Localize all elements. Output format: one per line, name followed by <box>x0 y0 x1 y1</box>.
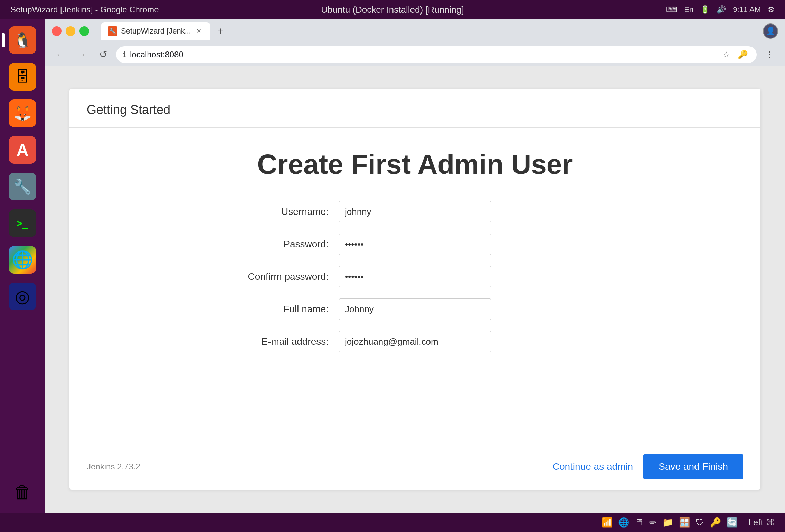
bottom-bar-icons: 📶 🌐 🖥 ✏ 📁 🪟 🛡 🔑 🔄 <box>602 517 738 528</box>
dock: 🐧 🗄 🦊 A 🔧 >_ 🌐 ◎ 🗑 <box>0 19 45 513</box>
email-label: E-mail address: <box>208 336 339 347</box>
files-icon: 🗄 <box>9 63 36 91</box>
form-row-username: Username: <box>208 201 622 222</box>
wifi-icon: 📶 <box>602 517 613 528</box>
settings-icon: 🔧 <box>9 173 36 200</box>
os-battery-icon: 🔋 <box>700 5 710 14</box>
fullname-label: Full name: <box>208 304 339 315</box>
chrome-menu-button[interactable]: ⋮ <box>762 46 778 63</box>
terminal-icon: >_ <box>9 209 36 237</box>
wizard-footer: Jenkins 2.73.2 Continue as admin Save an… <box>69 444 760 490</box>
dock-item-trash[interactable]: 🗑 <box>5 475 40 509</box>
password-label: Password: <box>208 239 339 250</box>
jenkins-version: Jenkins 2.73.2 <box>87 462 140 472</box>
confirm-password-input[interactable] <box>339 266 491 287</box>
fullname-input[interactable] <box>339 298 491 320</box>
new-tab-button[interactable]: + <box>212 22 229 40</box>
back-button[interactable]: ← <box>52 46 68 63</box>
tab-title: SetupWizard [Jenk... <box>121 27 191 36</box>
dock-item-settings[interactable]: 🔧 <box>5 169 40 204</box>
form-container: Username: Password: Confirm password: <box>208 201 622 363</box>
globe-icon: 🌐 <box>618 517 629 528</box>
close-button[interactable] <box>52 26 62 36</box>
address-input[interactable] <box>130 50 715 59</box>
os-top-bar: SetupWizard [Jenkins] - Google Chrome Ub… <box>0 0 785 19</box>
trash-icon: 🗑 <box>9 478 36 506</box>
tab-close-button[interactable]: ✕ <box>195 27 204 36</box>
minimize-button[interactable] <box>66 26 75 36</box>
chrome-content: Getting Started Create First Admin User … <box>45 66 785 513</box>
key-icon[interactable]: 🔑 <box>736 48 750 61</box>
folder-icon: 📁 <box>662 517 673 528</box>
address-bar[interactable]: ℹ ☆ 🔑 <box>116 46 757 63</box>
window-icon: 🪟 <box>679 517 690 528</box>
dock-item-terminal[interactable]: >_ <box>5 206 40 240</box>
pencil-icon: ✏ <box>649 517 657 528</box>
os-language: En <box>684 5 693 14</box>
dock-item-ubuntu[interactable]: 🐧 <box>5 23 40 57</box>
browser2-icon: ◎ <box>9 283 36 310</box>
profile-button[interactable]: 👤 <box>763 23 778 39</box>
os-volume-icon: 🔊 <box>717 5 726 14</box>
os-top-bar-title: Ubuntu (Docker Installed) [Running] <box>321 4 464 15</box>
os-top-bar-window-title: SetupWizard [Jenkins] - Google Chrome <box>10 5 159 15</box>
wizard-card: Getting Started Create First Admin User … <box>69 89 760 490</box>
tab-favicon: 🔧 <box>108 26 117 36</box>
chrome-icon: 🌐 <box>9 246 36 274</box>
os-bottom-bar: 📶 🌐 🖥 ✏ 📁 🪟 🛡 🔑 🔄 Left ⌘ <box>0 513 785 532</box>
shield-icon: 🛡 <box>696 517 704 528</box>
username-label: Username: <box>208 206 339 217</box>
address-bar-actions: ☆ 🔑 <box>719 48 750 61</box>
form-row-fullname: Full name: <box>208 298 622 320</box>
chrome-window: 🔧 SetupWizard [Jenk... ✕ + 👤 ← → ↺ ℹ ☆ 🔑… <box>45 19 785 513</box>
dock-item-chrome[interactable]: 🌐 <box>5 243 40 277</box>
secure-icon: ℹ <box>123 50 126 59</box>
forward-button[interactable]: → <box>73 46 90 63</box>
star-icon[interactable]: ☆ <box>719 48 733 61</box>
dock-item-appstore[interactable]: A <box>5 133 40 167</box>
appstore-icon: A <box>9 136 36 164</box>
os-keyboard-icon: ⌨ <box>666 5 677 14</box>
email-input[interactable] <box>339 331 491 352</box>
dock-item-browser2[interactable]: ◎ <box>5 279 40 314</box>
wizard-main-title: Create First Admin User <box>257 149 573 180</box>
dock-item-files[interactable]: 🗄 <box>5 59 40 94</box>
os-time: 9:11 AM <box>733 5 761 14</box>
dock-item-firefox[interactable]: 🦊 <box>5 96 40 131</box>
confirm-password-label: Confirm password: <box>208 271 339 282</box>
tab-setupwizard[interactable]: 🔧 SetupWizard [Jenk... ✕ <box>101 22 210 40</box>
firefox-icon: 🦊 <box>9 99 36 127</box>
os-top-bar-left: SetupWizard [Jenkins] - Google Chrome <box>10 5 159 15</box>
maximize-button[interactable] <box>79 26 89 36</box>
os-top-bar-right: ⌨ En 🔋 🔊 9:11 AM ⚙ <box>666 5 775 14</box>
form-row-password: Password: <box>208 234 622 255</box>
form-row-email: E-mail address: <box>208 331 622 352</box>
window-controls <box>52 26 89 36</box>
password-input[interactable] <box>339 234 491 255</box>
os-settings-icon: ⚙ <box>768 5 775 14</box>
refresh-icon: 🔄 <box>727 517 738 528</box>
chrome-toolbar: ← → ↺ ℹ ☆ 🔑 ⋮ <box>45 43 785 66</box>
username-input[interactable] <box>339 201 491 222</box>
bottom-bar-label: Left ⌘ <box>748 517 775 528</box>
tab-bar: 🔧 SetupWizard [Jenk... ✕ + <box>101 22 229 40</box>
key-icon: 🔑 <box>710 517 721 528</box>
monitor-icon: 🖥 <box>635 517 644 528</box>
wizard-header-title: Getting Started <box>87 103 743 117</box>
wizard-body: Create First Admin User Username: Passwo… <box>69 128 760 444</box>
chrome-titlebar: 🔧 SetupWizard [Jenk... ✕ + 👤 <box>45 19 785 43</box>
ubuntu-icon: 🐧 <box>9 26 36 54</box>
reload-button[interactable]: ↺ <box>95 46 111 63</box>
save-and-finish-button[interactable]: Save and Finish <box>643 454 743 479</box>
continue-as-admin-button[interactable]: Continue as admin <box>552 461 633 472</box>
footer-actions: Continue as admin Save and Finish <box>552 454 743 479</box>
form-row-confirm-password: Confirm password: <box>208 266 622 287</box>
wizard-header: Getting Started <box>69 89 760 128</box>
